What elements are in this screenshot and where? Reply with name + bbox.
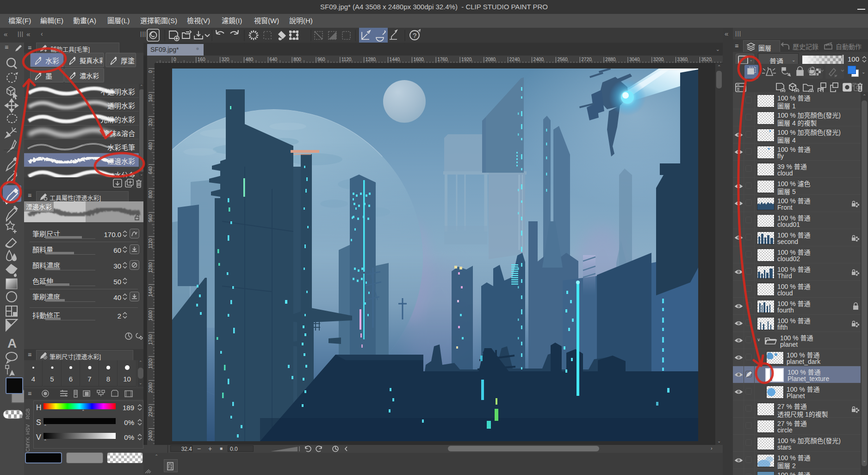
- svg-text:160: 160: [148, 94, 153, 102]
- svg-text:160: 160: [198, 57, 205, 62]
- svg-text:480: 480: [148, 142, 153, 150]
- svg-text:1760: 1760: [437, 57, 448, 62]
- svg-text:3040: 3040: [629, 57, 640, 62]
- svg-text:1920: 1920: [461, 57, 472, 62]
- svg-text:480: 480: [246, 57, 254, 62]
- svg-text:800: 800: [148, 190, 153, 198]
- svg-text:2560: 2560: [557, 57, 568, 62]
- svg-text:2080: 2080: [485, 57, 496, 62]
- svg-text:1600: 1600: [148, 310, 153, 321]
- svg-text:1280: 1280: [366, 57, 376, 62]
- svg-text:3520: 3520: [701, 57, 712, 62]
- svg-text:2240: 2240: [509, 57, 520, 62]
- svg-text:960: 960: [148, 214, 153, 222]
- svg-text:1600: 1600: [413, 57, 424, 62]
- svg-text:640: 640: [148, 166, 153, 174]
- svg-text:2240: 2240: [148, 406, 153, 417]
- svg-text:1440: 1440: [390, 57, 400, 62]
- svg-text:3360: 3360: [677, 57, 688, 62]
- svg-text:1120: 1120: [341, 57, 352, 62]
- svg-text:2400: 2400: [148, 430, 153, 441]
- svg-text:1440: 1440: [148, 286, 153, 297]
- svg-text:1920: 1920: [148, 358, 153, 369]
- svg-text:2400: 2400: [533, 57, 544, 62]
- svg-text:800: 800: [293, 57, 301, 62]
- svg-text:320: 320: [222, 57, 229, 62]
- svg-text:640: 640: [269, 57, 277, 62]
- svg-text:1280: 1280: [148, 262, 153, 273]
- svg-text:0: 0: [174, 57, 176, 62]
- svg-text:?: ?: [413, 31, 416, 39]
- svg-text:2080: 2080: [148, 382, 153, 393]
- svg-text:1120: 1120: [148, 238, 153, 248]
- svg-text:3200: 3200: [653, 57, 664, 62]
- svg-text:320: 320: [148, 118, 153, 126]
- svg-text:1760: 1760: [148, 334, 153, 345]
- svg-text:2720: 2720: [581, 57, 592, 62]
- svg-text:960: 960: [317, 57, 325, 62]
- svg-text:0: 0: [148, 70, 153, 73]
- svg-text:2880: 2880: [605, 57, 616, 62]
- svg-text:A: A: [7, 336, 17, 350]
